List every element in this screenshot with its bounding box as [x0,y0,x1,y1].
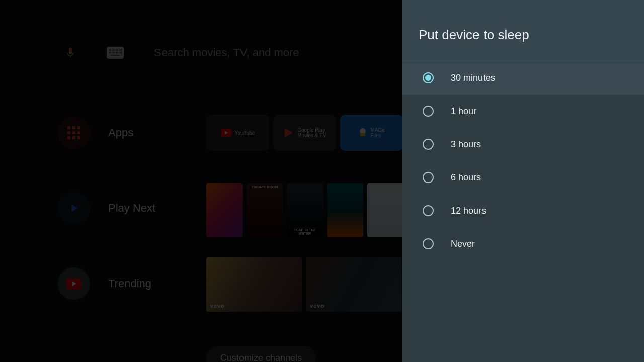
sleep-options-list: 30 minutes1 hour3 hours6 hours12 hoursNe… [403,61,644,362]
sleep-option-label: 30 minutes [451,73,495,83]
radio-icon [423,72,434,83]
sleep-option-label: 6 hours [451,172,481,183]
sleep-option-label: 12 hours [451,206,486,216]
radio-icon [423,139,434,150]
sleep-option-2[interactable]: 3 hours [403,128,644,161]
radio-icon [423,106,434,117]
sleep-option-5[interactable]: Never [403,227,644,260]
sleep-option-label: Never [451,239,475,249]
sleep-option-1[interactable]: 1 hour [403,95,644,128]
radio-icon [423,205,434,216]
radio-icon [423,172,434,183]
sleep-settings-panel: Put device to sleep 30 minutes1 hour3 ho… [403,0,644,362]
sleep-option-4[interactable]: 12 hours [403,194,644,227]
panel-header: Put device to sleep [403,0,644,61]
radio-icon [423,238,434,249]
panel-title: Put device to sleep [419,27,628,43]
sleep-option-label: 1 hour [451,106,476,117]
sleep-option-0[interactable]: 30 minutes [403,61,644,95]
sleep-option-label: 3 hours [451,139,481,150]
sleep-option-3[interactable]: 6 hours [403,161,644,194]
